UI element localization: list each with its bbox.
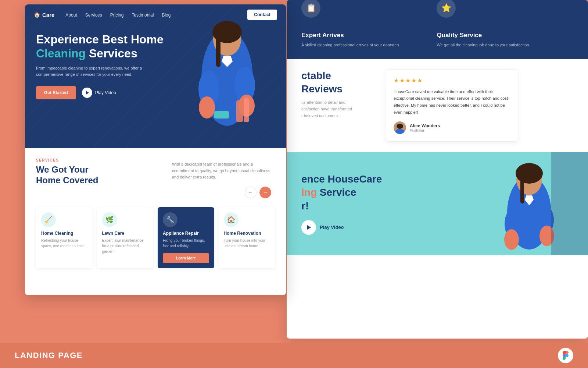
services-label: SERVICES	[36, 158, 98, 162]
appliance-repair-icon-circle: 🔧	[163, 212, 178, 227]
cta-play-label: Play Video	[320, 224, 344, 230]
review-stars: ★★★★★	[394, 77, 510, 84]
services-title: We Got Your Home Covered	[36, 164, 98, 186]
services-title-line2: Home Covered	[36, 175, 98, 185]
learn-more-button[interactable]: Learn More	[163, 253, 209, 263]
home-cleaning-desc: Refreshing your house space, one room at…	[41, 238, 87, 249]
services-desc-block: With a dedicated team of professionals a…	[172, 158, 275, 198]
feature-expert-arrives: 📋 Expert Arrives A skilled cleaning prof…	[301, 8, 400, 49]
cta-play-button[interactable]: Play Video	[301, 220, 382, 235]
appliance-repair-icon: 🔧	[166, 216, 174, 224]
cta-play-triangle-icon	[307, 225, 311, 230]
figma-logo-svg	[561, 351, 570, 360]
nav-pricing[interactable]: Pricing	[110, 13, 124, 18]
nav-logo: 🏠 Care	[34, 12, 54, 18]
reviewer: Alice Wanders Australia	[394, 121, 510, 134]
hero-content: Experience Best Home Cleaning Services F…	[25, 25, 286, 107]
home-icon: 🏠	[34, 12, 40, 18]
home-cleaning-icon-circle: 🧹	[41, 212, 56, 227]
reviews-partial-left: ctable Reviews us attention to detail an…	[301, 69, 375, 119]
nav-links: About Services Pricing Testimonial Blog	[65, 11, 247, 18]
lawn-care-name: Lawn Care	[102, 231, 148, 236]
svg-rect-19	[520, 178, 524, 204]
play-triangle-icon	[86, 91, 89, 95]
navbar: 🏠 Care About Services Pricing Testimonia…	[25, 4, 286, 25]
bottom-bar-title: LANDING PAGE	[15, 351, 83, 360]
home-renovation-icon: 🏠	[227, 216, 235, 224]
cta-content: ence HouseCare ing Service r! Play Video	[301, 173, 382, 235]
reviewer-avatar	[394, 121, 406, 134]
figma-icon	[558, 348, 573, 363]
quality-service-title: Quality Service	[437, 32, 530, 39]
logo-text: Care	[42, 12, 54, 18]
home-cleaning-name: Home Cleaning	[41, 231, 87, 236]
svg-rect-11	[214, 111, 229, 118]
hero-title-line1: Experience Best Home	[36, 33, 164, 46]
cta-title-line3: r!	[301, 200, 309, 212]
right-top-section: 📋 Expert Arrives A skilled cleaning prof…	[287, 0, 588, 59]
reviews-partial-desc: us attention to detail and atisfaction h…	[301, 99, 375, 119]
expert-arrives-desc: A skilled cleaning professional arrives …	[301, 42, 400, 49]
review-text: HouseCare saved me valuable time and eff…	[394, 88, 510, 116]
partial-ctable: ctable	[301, 69, 375, 82]
feature-quality-service: ⭐ Quality Service We get all the cleanin…	[437, 8, 530, 49]
nav-about[interactable]: About	[65, 13, 77, 18]
reviews-section: ctable Reviews us attention to detail an…	[287, 59, 588, 152]
partial-reviews: Reviews	[301, 82, 375, 96]
svg-point-14	[397, 124, 403, 129]
cta-title-accent: ing	[301, 187, 317, 198]
service-card-home-renovation: 🏠 Home Renovation Turn your house into y…	[219, 207, 275, 268]
play-circle-icon	[82, 88, 92, 98]
review-card: ★★★★★ HouseCare saved me valuable time a…	[386, 69, 518, 142]
lawn-care-icon-circle: 🌿	[102, 212, 117, 227]
nav-services[interactable]: Services	[85, 13, 102, 18]
services-section: SERVICES We Got Your Home Covered With a…	[25, 148, 286, 279]
reviewer-location: Australia	[410, 128, 440, 132]
reviewer-info: Alice Wanders Australia	[410, 123, 440, 132]
reviewer-name: Alice Wanders	[410, 123, 440, 128]
svg-point-22	[504, 229, 519, 250]
hero-title-rest: Services	[86, 47, 137, 60]
nav-arrows: ← →	[172, 187, 275, 198]
next-arrow-button[interactable]: →	[259, 187, 271, 198]
play-video-button[interactable]: Play Video	[82, 88, 116, 98]
service-card-home-cleaning: 🧹 Home Cleaning Refreshing your house sp…	[36, 207, 93, 268]
services-desc: With a dedicated team of professionals a…	[172, 161, 275, 181]
cta-title: ence HouseCare ing Service r!	[301, 173, 382, 213]
home-renovation-desc: Turn your house into your ultimate dream…	[224, 238, 270, 249]
svg-point-18	[516, 163, 543, 184]
partial-reviews-title: ctable Reviews	[301, 69, 375, 96]
dark-cta-overlay	[551, 152, 588, 255]
cta-section: ence HouseCare ing Service r! Play Video	[287, 152, 588, 255]
cta-title-line1: ence HouseCare	[301, 173, 382, 185]
avatar-svg	[394, 121, 406, 134]
quality-service-icon: ⭐	[437, 0, 456, 18]
home-renovation-name: Home Renovation	[224, 231, 270, 236]
services-title-line1: We Got Your	[36, 164, 89, 174]
hero-section: 🏠 Care About Services Pricing Testimonia…	[25, 4, 286, 148]
prev-arrow-button[interactable]: ←	[245, 187, 257, 198]
cta-play-circle-icon	[301, 220, 316, 235]
appliance-repair-desc: Fixing your broken things, fast and reli…	[163, 238, 209, 249]
hero-title: Experience Best Home Cleaning Services	[36, 32, 168, 61]
service-card-lawn-care: 🌿 Lawn Care Expert lawn maintenance for …	[97, 207, 154, 268]
expert-arrives-icon: 📋	[301, 0, 320, 18]
appliance-repair-name: Appliance Repair	[163, 231, 209, 236]
get-started-button[interactable]: Get Started	[36, 86, 76, 99]
hero-buttons: Get Started Play Video	[36, 86, 275, 99]
left-card: 🏠 Care About Services Pricing Testimonia…	[25, 4, 286, 295]
contact-button[interactable]: Contact	[247, 10, 277, 20]
play-video-label: Play Video	[95, 90, 116, 95]
lawn-care-desc: Expert lawn maintenance for a pristine r…	[102, 238, 148, 254]
nav-blog[interactable]: Blog	[162, 13, 171, 18]
hero-title-accent: Cleaning	[36, 47, 86, 60]
expert-arrives-title: Expert Arrives	[301, 32, 400, 39]
right-card: 📋 Expert Arrives A skilled cleaning prof…	[287, 0, 588, 339]
services-grid: 🧹 Home Cleaning Refreshing your house sp…	[36, 207, 275, 268]
bottom-bar: LANDING PAGE	[0, 343, 588, 368]
service-card-appliance-repair: 🔧 Appliance Repair Fixing your broken th…	[158, 207, 214, 268]
lawn-care-icon: 🌿	[105, 216, 114, 224]
nav-testimonial[interactable]: Testimonial	[132, 13, 154, 18]
hero-subtitle: From impeccable cleaning to expert renov…	[36, 65, 146, 78]
cta-title-service: Service	[317, 187, 356, 198]
